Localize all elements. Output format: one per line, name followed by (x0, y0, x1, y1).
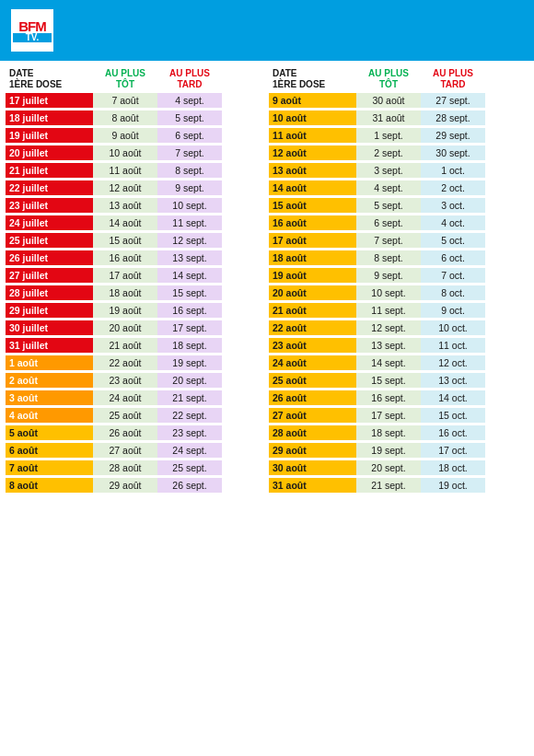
table-row: 3 août 24 août 21 sept. (6, 390, 265, 406)
tard-cell: 17 oct. (421, 443, 485, 458)
table-row: 15 août 5 sept. 3 oct. (269, 197, 528, 214)
tot-cell: 10 août (93, 145, 157, 160)
table-row: 29 juillet 19 août 16 sept. (6, 302, 265, 319)
date-cell: 18 août (269, 250, 356, 265)
tard-cell: 9 sept. (157, 180, 222, 195)
right-col-headers: DATE1ÈRE DOSE AU PLUSTÔT AU PLUSTARD (269, 68, 528, 90)
table-row: 16 août 6 sept. 4 oct. (269, 215, 528, 231)
tard-cell: 5 sept. (157, 110, 222, 125)
tot-cell: 17 août (93, 268, 157, 283)
tot-cell: 11 août (93, 163, 157, 178)
date-cell: 31 août (269, 478, 356, 493)
tot-cell: 14 août (93, 215, 157, 230)
table-row: 2 août 23 août 20 sept. (6, 372, 265, 389)
date-cell: 5 août (6, 425, 93, 440)
tot-cell: 13 sept. (356, 338, 421, 353)
tot-cell: 27 août (93, 443, 157, 458)
tot-cell: 10 sept. (356, 285, 421, 300)
tard-cell: 7 oct. (421, 268, 485, 283)
tard-cell: 27 sept. (421, 93, 485, 108)
tot-cell: 16 sept. (356, 390, 421, 405)
table-row: 30 juillet 20 août 17 sept. (6, 320, 265, 336)
tot-cell: 7 sept. (356, 233, 421, 248)
tot-cell: 6 sept. (356, 215, 421, 230)
left-tard-col-header: AU PLUSTARD (157, 68, 222, 90)
tot-cell: 3 sept. (356, 163, 421, 178)
date-cell: 24 août (269, 355, 356, 370)
main-content: DATE1ÈRE DOSE AU PLUSTÔT AU PLUSTARD 17 … (0, 61, 534, 502)
table-row: 31 juillet 21 août 18 sept. (6, 337, 265, 354)
tard-cell: 17 sept. (157, 320, 222, 335)
table-row: 21 juillet 11 août 8 sept. (6, 162, 265, 179)
tard-cell: 10 sept. (157, 198, 222, 213)
tot-cell: 28 août (93, 460, 157, 475)
tard-cell: 12 oct. (421, 355, 485, 370)
tot-cell: 15 août (93, 233, 157, 248)
tard-cell: 11 sept. (157, 215, 222, 230)
tard-cell: 30 sept. (421, 145, 485, 160)
left-tot-col-header: AU PLUSTÔT (93, 68, 157, 90)
tard-cell: 4 oct. (421, 215, 485, 230)
tot-cell: 13 août (93, 198, 157, 213)
table-row: 26 août 16 sept. 14 oct. (269, 390, 528, 406)
tot-cell: 9 août (93, 128, 157, 143)
tot-cell: 29 août (93, 478, 157, 493)
tard-cell: 2 oct. (421, 180, 485, 195)
date-cell: 29 août (269, 443, 356, 458)
tot-cell: 1 sept. (356, 128, 421, 143)
date-cell: 26 juillet (6, 250, 93, 265)
table-row: 17 août 7 sept. 5 oct. (269, 232, 528, 249)
tard-cell: 10 oct. (421, 320, 485, 335)
tot-cell: 16 août (93, 250, 157, 265)
tard-cell: 9 oct. (421, 303, 485, 318)
table-row: 14 août 4 sept. 2 oct. (269, 180, 528, 196)
bfm-logo: BFM TV. (11, 9, 53, 52)
date-cell: 21 juillet (6, 163, 93, 178)
tot-cell: 14 sept. (356, 355, 421, 370)
tard-cell: 6 sept. (157, 128, 222, 143)
tard-cell: 1 oct. (421, 163, 485, 178)
date-cell: 20 juillet (6, 145, 93, 160)
tot-cell: 22 août (93, 355, 157, 370)
tard-cell: 3 oct. (421, 198, 485, 213)
table-row: 10 août 31 août 28 sept. (269, 110, 528, 126)
left-rows: 17 juillet 7 août 4 sept. 18 juillet 8 a… (6, 92, 265, 494)
tard-cell: 23 sept. (157, 425, 222, 440)
tot-cell: 11 sept. (356, 303, 421, 318)
table-row: 19 août 9 sept. 7 oct. (269, 267, 528, 284)
table-row: 5 août 26 août 23 sept. (6, 425, 265, 441)
tard-cell: 18 sept. (157, 338, 222, 353)
tot-cell: 20 sept. (356, 460, 421, 475)
table-row: 22 juillet 12 août 9 sept. (6, 180, 265, 196)
table-row: 31 août 21 sept. 19 oct. (269, 477, 528, 494)
table-row: 28 juillet 18 août 15 sept. (6, 285, 265, 301)
tot-cell: 8 sept. (356, 250, 421, 265)
table-row: 6 août 27 août 24 sept. (6, 442, 265, 459)
date-cell: 16 août (269, 215, 356, 230)
tot-cell: 18 août (93, 285, 157, 300)
date-cell: 22 juillet (6, 180, 93, 195)
tard-cell: 6 oct. (421, 250, 485, 265)
tot-cell: 26 août (93, 425, 157, 440)
tard-cell: 21 sept. (157, 390, 222, 405)
table-row: 7 août 28 août 25 sept. (6, 459, 265, 476)
table-row: 12 août 2 sept. 30 sept. (269, 145, 528, 161)
tot-cell: 7 août (93, 93, 157, 108)
date-cell: 15 août (269, 198, 356, 213)
date-cell: 9 août (269, 93, 356, 108)
tot-cell: 4 sept. (356, 180, 421, 195)
tard-cell: 13 oct. (421, 373, 485, 388)
tard-cell: 20 sept. (157, 373, 222, 388)
tard-cell: 22 sept. (157, 408, 222, 423)
table-row: 22 août 12 sept. 10 oct. (269, 320, 528, 336)
tard-cell: 29 sept. (421, 128, 485, 143)
table-row: 27 août 17 sept. 15 oct. (269, 407, 528, 424)
tard-cell: 18 oct. (421, 460, 485, 475)
date-cell: 23 juillet (6, 198, 93, 213)
tard-cell: 11 oct. (421, 338, 485, 353)
table-row: 20 août 10 sept. 8 oct. (269, 285, 528, 301)
date-cell: 2 août (6, 373, 93, 388)
logo-text-top: BFM (18, 19, 46, 33)
table-row: 4 août 25 août 22 sept. (6, 407, 265, 424)
tard-cell: 7 sept. (157, 145, 222, 160)
